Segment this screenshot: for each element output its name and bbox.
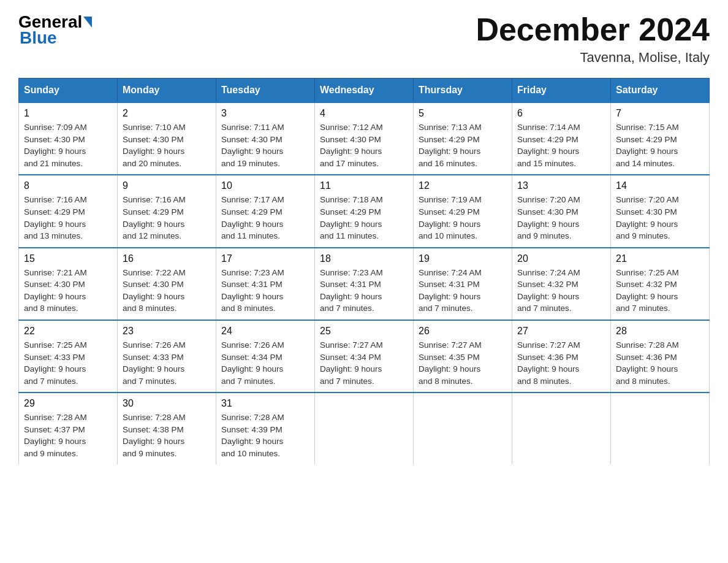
calendar-cell: 14Sunrise: 7:20 AMSunset: 4:30 PMDayligh…	[611, 175, 710, 247]
day-number: 14	[616, 180, 704, 191]
day-info: Sunrise: 7:23 AMSunset: 4:31 PMDaylight:…	[320, 267, 408, 315]
day-info: Sunrise: 7:20 AMSunset: 4:30 PMDaylight:…	[616, 194, 704, 242]
day-number: 6	[517, 108, 605, 119]
day-number: 18	[320, 253, 408, 264]
calendar-cell: 24Sunrise: 7:26 AMSunset: 4:34 PMDayligh…	[216, 320, 315, 393]
calendar-cell: 19Sunrise: 7:24 AMSunset: 4:31 PMDayligh…	[414, 248, 512, 320]
header-saturday: Saturday	[611, 79, 710, 103]
day-info: Sunrise: 7:13 AMSunset: 4:29 PMDaylight:…	[419, 121, 507, 169]
week-row-5: 29Sunrise: 7:28 AMSunset: 4:37 PMDayligh…	[19, 393, 710, 464]
calendar-cell: 13Sunrise: 7:20 AMSunset: 4:30 PMDayligh…	[512, 175, 611, 247]
calendar-cell: 16Sunrise: 7:22 AMSunset: 4:30 PMDayligh…	[118, 248, 216, 320]
header-friday: Friday	[512, 79, 611, 103]
day-number: 9	[123, 180, 211, 191]
calendar-cell: 6Sunrise: 7:14 AMSunset: 4:29 PMDaylight…	[512, 102, 611, 175]
day-info: Sunrise: 7:15 AMSunset: 4:29 PMDaylight:…	[616, 121, 704, 169]
week-row-3: 15Sunrise: 7:21 AMSunset: 4:30 PMDayligh…	[19, 248, 710, 320]
calendar-cell: 21Sunrise: 7:25 AMSunset: 4:32 PMDayligh…	[611, 248, 710, 320]
page-header: General Blue December 2024 Tavenna, Moli…	[18, 12, 710, 66]
day-number: 12	[419, 180, 507, 191]
calendar-cell: 29Sunrise: 7:28 AMSunset: 4:37 PMDayligh…	[19, 393, 118, 464]
day-number: 17	[221, 253, 309, 264]
day-info: Sunrise: 7:09 AMSunset: 4:30 PMDaylight:…	[24, 121, 112, 169]
calendar-cell: 8Sunrise: 7:16 AMSunset: 4:29 PMDaylight…	[19, 175, 118, 247]
day-number: 28	[616, 326, 704, 337]
week-row-1: 1Sunrise: 7:09 AMSunset: 4:30 PMDaylight…	[19, 102, 710, 175]
day-info: Sunrise: 7:22 AMSunset: 4:30 PMDaylight:…	[123, 267, 211, 315]
calendar-cell	[414, 393, 512, 464]
day-info: Sunrise: 7:17 AMSunset: 4:29 PMDaylight:…	[221, 194, 309, 242]
day-info: Sunrise: 7:25 AMSunset: 4:33 PMDaylight:…	[24, 339, 112, 387]
calendar-cell: 17Sunrise: 7:23 AMSunset: 4:31 PMDayligh…	[216, 248, 315, 320]
day-info: Sunrise: 7:20 AMSunset: 4:30 PMDaylight:…	[517, 194, 605, 242]
calendar-cell	[512, 393, 611, 464]
calendar-cell: 28Sunrise: 7:28 AMSunset: 4:36 PMDayligh…	[611, 320, 710, 393]
day-number: 3	[221, 108, 309, 119]
calendar-cell: 5Sunrise: 7:13 AMSunset: 4:29 PMDaylight…	[414, 102, 512, 175]
header-thursday: Thursday	[414, 79, 512, 103]
logo-arrow-icon	[83, 17, 92, 28]
day-number: 31	[221, 398, 309, 409]
calendar-cell: 27Sunrise: 7:27 AMSunset: 4:36 PMDayligh…	[512, 320, 611, 393]
calendar-cell: 26Sunrise: 7:27 AMSunset: 4:35 PMDayligh…	[414, 320, 512, 393]
calendar-cell: 12Sunrise: 7:19 AMSunset: 4:29 PMDayligh…	[414, 175, 512, 247]
day-number: 29	[24, 398, 112, 409]
calendar-cell: 25Sunrise: 7:27 AMSunset: 4:34 PMDayligh…	[315, 320, 414, 393]
day-number: 11	[320, 180, 408, 191]
day-info: Sunrise: 7:23 AMSunset: 4:31 PMDaylight:…	[221, 267, 309, 315]
location-subtitle: Tavenna, Molise, Italy	[476, 50, 710, 66]
calendar-cell: 31Sunrise: 7:28 AMSunset: 4:39 PMDayligh…	[216, 393, 315, 464]
day-info: Sunrise: 7:26 AMSunset: 4:34 PMDaylight:…	[221, 339, 309, 387]
day-info: Sunrise: 7:28 AMSunset: 4:38 PMDaylight:…	[123, 412, 211, 459]
calendar-table: SundayMondayTuesdayWednesdayThursdayFrid…	[18, 78, 710, 464]
header-tuesday: Tuesday	[216, 79, 315, 103]
logo: General Blue	[18, 12, 93, 48]
day-number: 5	[419, 108, 507, 119]
day-info: Sunrise: 7:27 AMSunset: 4:34 PMDaylight:…	[320, 339, 408, 387]
day-number: 21	[616, 253, 704, 264]
day-info: Sunrise: 7:12 AMSunset: 4:30 PMDaylight:…	[320, 121, 408, 169]
day-info: Sunrise: 7:19 AMSunset: 4:29 PMDaylight:…	[419, 194, 507, 242]
day-info: Sunrise: 7:18 AMSunset: 4:29 PMDaylight:…	[320, 194, 408, 242]
day-number: 22	[24, 326, 112, 337]
month-title: December 2024	[476, 12, 710, 47]
day-info: Sunrise: 7:27 AMSunset: 4:36 PMDaylight:…	[517, 339, 605, 387]
calendar-cell: 2Sunrise: 7:10 AMSunset: 4:30 PMDaylight…	[118, 102, 216, 175]
day-number: 4	[320, 108, 408, 119]
day-number: 30	[123, 398, 211, 409]
day-number: 20	[517, 253, 605, 264]
calendar-cell: 1Sunrise: 7:09 AMSunset: 4:30 PMDaylight…	[19, 102, 118, 175]
header-wednesday: Wednesday	[315, 79, 414, 103]
calendar-body: 1Sunrise: 7:09 AMSunset: 4:30 PMDaylight…	[19, 102, 710, 464]
day-number: 16	[123, 253, 211, 264]
calendar-cell: 30Sunrise: 7:28 AMSunset: 4:38 PMDayligh…	[118, 393, 216, 464]
day-info: Sunrise: 7:28 AMSunset: 4:36 PMDaylight:…	[616, 339, 704, 387]
calendar-header: SundayMondayTuesdayWednesdayThursdayFrid…	[19, 79, 710, 103]
calendar-cell: 18Sunrise: 7:23 AMSunset: 4:31 PMDayligh…	[315, 248, 414, 320]
calendar-cell: 22Sunrise: 7:25 AMSunset: 4:33 PMDayligh…	[19, 320, 118, 393]
day-number: 15	[24, 253, 112, 264]
day-number: 26	[419, 326, 507, 337]
day-number: 27	[517, 326, 605, 337]
day-info: Sunrise: 7:28 AMSunset: 4:39 PMDaylight:…	[221, 412, 309, 459]
day-number: 23	[123, 326, 211, 337]
week-row-2: 8Sunrise: 7:16 AMSunset: 4:29 PMDaylight…	[19, 175, 710, 247]
calendar-cell: 3Sunrise: 7:11 AMSunset: 4:30 PMDaylight…	[216, 102, 315, 175]
day-info: Sunrise: 7:28 AMSunset: 4:37 PMDaylight:…	[24, 412, 112, 459]
day-info: Sunrise: 7:10 AMSunset: 4:30 PMDaylight:…	[123, 121, 211, 169]
days-of-week-row: SundayMondayTuesdayWednesdayThursdayFrid…	[19, 79, 710, 103]
header-monday: Monday	[118, 79, 216, 103]
day-number: 7	[616, 108, 704, 119]
day-info: Sunrise: 7:16 AMSunset: 4:29 PMDaylight:…	[24, 194, 112, 242]
week-row-4: 22Sunrise: 7:25 AMSunset: 4:33 PMDayligh…	[19, 320, 710, 393]
day-info: Sunrise: 7:14 AMSunset: 4:29 PMDaylight:…	[517, 121, 605, 169]
day-info: Sunrise: 7:25 AMSunset: 4:32 PMDaylight:…	[616, 267, 704, 315]
day-info: Sunrise: 7:16 AMSunset: 4:29 PMDaylight:…	[123, 194, 211, 242]
calendar-cell	[315, 393, 414, 464]
calendar-cell: 4Sunrise: 7:12 AMSunset: 4:30 PMDaylight…	[315, 102, 414, 175]
day-number: 13	[517, 180, 605, 191]
calendar-cell: 7Sunrise: 7:15 AMSunset: 4:29 PMDaylight…	[611, 102, 710, 175]
day-info: Sunrise: 7:24 AMSunset: 4:32 PMDaylight:…	[517, 267, 605, 315]
day-number: 19	[419, 253, 507, 264]
day-number: 25	[320, 326, 408, 337]
